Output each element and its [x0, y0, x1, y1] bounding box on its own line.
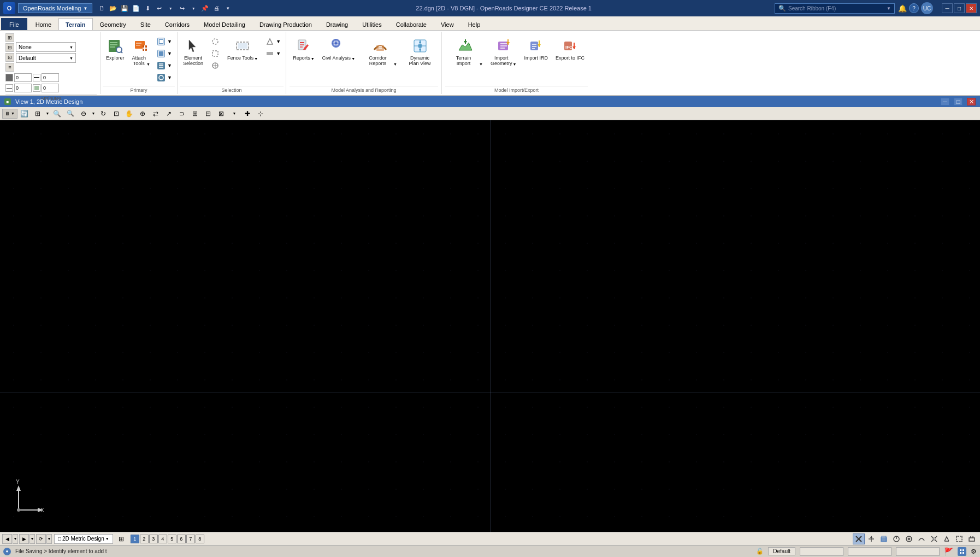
model-selector[interactable]: □ 2D Metric Design ▼: [54, 534, 113, 544]
style-dropdown[interactable]: None ▼: [16, 42, 76, 52]
level-dropdown[interactable]: Default ▼: [16, 53, 76, 63]
tab-view[interactable]: View: [434, 18, 461, 30]
import-ird-button[interactable]: Import IRD: [521, 35, 551, 63]
weight-input[interactable]: 0: [42, 73, 59, 82]
model-add-button[interactable]: ⊞: [115, 533, 127, 544]
circle-tool-button[interactable]: [903, 533, 915, 544]
tab-collaborate[interactable]: Collaborate: [389, 18, 434, 30]
intersect-tool-button[interactable]: [928, 533, 940, 544]
view-cursor-button[interactable]: ↗: [163, 108, 175, 119]
fence-tools-button[interactable]: Fence Tools ▼: [224, 35, 261, 63]
view-tab-2[interactable]: 2: [140, 535, 149, 543]
sel-more-2[interactable]: ▼: [263, 48, 284, 59]
view-walk-button[interactable]: ⊞: [189, 108, 201, 119]
tab-file[interactable]: File: [1, 18, 27, 30]
view-pan-button[interactable]: ✋: [123, 108, 135, 119]
view-tab-1[interactable]: 1: [131, 535, 139, 543]
tab-site[interactable]: Site: [133, 18, 158, 30]
view-clip-button[interactable]: ⊃: [176, 108, 188, 119]
explorer-button[interactable]: Explorer: [103, 35, 128, 63]
polygon-tool-button[interactable]: [878, 533, 890, 544]
element-selection-button[interactable]: ElementSelection: [180, 35, 206, 69]
fence-tools-dropdown[interactable]: ▼: [254, 57, 258, 61]
line-tool-button[interactable]: [890, 533, 902, 544]
view-tab-6[interactable]: 6: [177, 535, 186, 543]
help-button[interactable]: ?: [909, 3, 919, 13]
view-zoom-out2-button[interactable]: ⊖: [78, 108, 90, 119]
attach-tools-dropdown-icon[interactable]: ▼: [146, 62, 150, 66]
dynamic-plan-view-button[interactable]: Dynamic Plan View: [402, 35, 438, 69]
save-as-button[interactable]: 📄: [131, 3, 141, 13]
terrain-import-button[interactable]: Terrain Import ▼: [445, 35, 486, 69]
save-button[interactable]: 💾: [120, 3, 129, 13]
print-button[interactable]: 🖨: [211, 3, 221, 13]
status-lock-icon[interactable]: 🔓: [756, 548, 764, 555]
anchor-tool-button[interactable]: [865, 533, 877, 544]
export-ifc-button[interactable]: IFC Export to IFC: [552, 35, 588, 63]
app-name-dropdown-icon[interactable]: ▼: [83, 6, 87, 11]
tab-drawing[interactable]: Drawing: [319, 18, 355, 30]
pin-button[interactable]: 📌: [200, 3, 210, 13]
close-button[interactable]: ✕: [966, 3, 977, 13]
view-rotate-button[interactable]: ↻: [97, 108, 109, 119]
sel-btn-2[interactable]: [209, 48, 222, 59]
notification-bell[interactable]: 🔔: [898, 4, 907, 13]
color-input[interactable]: 0: [14, 73, 32, 82]
view-tab-5[interactable]: 5: [168, 535, 176, 543]
view-tab-4[interactable]: 4: [158, 535, 167, 543]
view-tab-8[interactable]: 8: [196, 535, 204, 543]
attr-icon-2[interactable]: ⊟: [5, 43, 14, 52]
tab-corridors[interactable]: Corridors: [158, 18, 197, 30]
view-maximize-button[interactable]: □: [954, 98, 963, 105]
small-btn-3[interactable]: ▼: [155, 60, 175, 71]
attr-icon-3[interactable]: ⊡: [5, 53, 14, 62]
curve-tool-button[interactable]: [916, 533, 928, 544]
view-zoom-out-button[interactable]: 🔍: [64, 108, 76, 119]
sel-more-1[interactable]: ▼: [263, 36, 284, 47]
tab-drawing-production[interactable]: Drawing Production: [252, 18, 319, 30]
view-fit-dropdown[interactable]: ▼: [45, 108, 50, 119]
tab-model-detailing[interactable]: Model Detailing: [197, 18, 252, 30]
small-btn-2[interactable]: ▼: [155, 48, 175, 59]
attr-icon-4[interactable]: ≡: [5, 63, 14, 72]
view-tab-3[interactable]: 3: [149, 535, 158, 543]
view-close-button[interactable]: ✕: [967, 98, 976, 105]
import-geometry-dropdown[interactable]: ▼: [512, 62, 516, 66]
nav-back-button[interactable]: ◀ ▼: [2, 534, 18, 544]
view-toggle-button[interactable]: ⇄: [150, 108, 162, 119]
view-grid-button[interactable]: ⊹: [255, 108, 267, 119]
fill-input[interactable]: 0: [42, 84, 59, 92]
qat-more[interactable]: ▼: [223, 3, 233, 13]
status-settings-icon[interactable]: ⚙: [971, 548, 977, 555]
terrain-import-dropdown[interactable]: ▼: [479, 62, 483, 66]
tab-geometry[interactable]: Geometry: [93, 18, 133, 30]
redo-button[interactable]: ↪: [177, 3, 187, 13]
app-name-box[interactable]: OpenRoads Modeling ▼: [18, 3, 92, 13]
reports-dropdown[interactable]: ▼: [311, 57, 315, 61]
maximize-button[interactable]: □: [954, 3, 965, 13]
status-flag-icon[interactable]: 🚩: [944, 547, 953, 556]
view-pan2-button[interactable]: ⊕: [137, 108, 149, 119]
tab-utilities[interactable]: Utilities: [355, 18, 388, 30]
status-grid-icon[interactable]: [958, 547, 966, 556]
model-dropdown-icon[interactable]: ▼: [105, 537, 109, 541]
view-section-button[interactable]: ⊟: [202, 108, 214, 119]
view-restore-button[interactable]: ─: [941, 98, 949, 105]
sel-btn-1[interactable]: [209, 36, 222, 47]
minimize-button[interactable]: ─: [942, 3, 953, 13]
attach-tools-button[interactable]: AttachTools ▼: [129, 35, 154, 69]
view-window-button[interactable]: ⊠: [215, 108, 227, 119]
nav-history-button[interactable]: ⟳ ▼: [36, 534, 52, 544]
snap-tool-button[interactable]: [966, 533, 978, 544]
view-tool-dropdown[interactable]: 🖥▼: [2, 109, 17, 119]
small-btn-1[interactable]: ▼: [155, 36, 175, 47]
attr-icon-1[interactable]: ⊞: [5, 33, 14, 42]
arc-tool-button[interactable]: [941, 533, 953, 544]
import-button[interactable]: ⬇: [143, 3, 152, 13]
import-geometry-button[interactable]: ImportGeometry ▼: [487, 35, 519, 69]
style-input[interactable]: 0: [14, 84, 32, 92]
user-avatar[interactable]: UC: [921, 2, 933, 14]
view-window-area-button[interactable]: ⊡: [110, 108, 122, 119]
corridor-reports-button[interactable]: Corridor Reports ▼: [359, 35, 400, 69]
tab-help[interactable]: Help: [461, 18, 488, 30]
